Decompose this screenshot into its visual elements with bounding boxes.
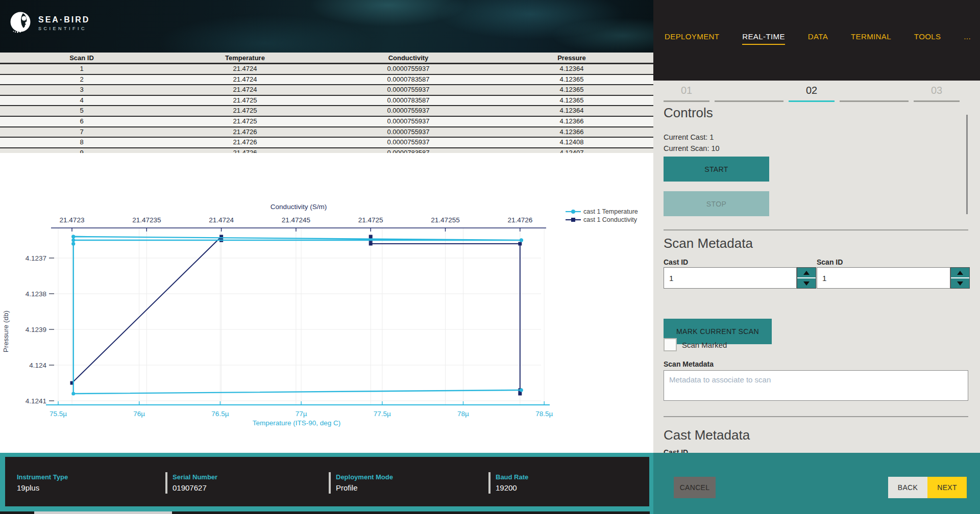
svg-text:21.4724: 21.4724 (209, 216, 234, 224)
svg-text:21.47255: 21.47255 (431, 216, 459, 224)
stop-button[interactable]: STOP (664, 191, 769, 216)
svg-text:4.1241: 4.1241 (26, 397, 46, 405)
cast-id-decrement-button[interactable] (797, 278, 816, 288)
footer-divider (488, 472, 491, 494)
scan-id-input[interactable] (817, 267, 950, 289)
table-cell: 4.12365 (490, 96, 653, 106)
table-cell: 4.12366 (490, 117, 653, 126)
svg-text:78µ: 78µ (457, 410, 469, 418)
section-divider (664, 229, 968, 230)
svg-text:77.5µ: 77.5µ (374, 410, 391, 418)
seabird-logo-icon (9, 11, 33, 35)
column-header: Conductivity (327, 53, 490, 63)
svg-text:21.4726: 21.4726 (507, 216, 532, 224)
cancel-button[interactable]: CANCEL (674, 477, 716, 498)
step-track-segment (914, 100, 960, 102)
arrow-up-icon (803, 271, 810, 275)
column-header: Pressure (490, 53, 653, 63)
table-cell: 1 (0, 64, 163, 74)
table-cell: 4.12408 (490, 138, 653, 147)
scan-id-stepper (950, 267, 970, 289)
table-cell: 21.4726 (163, 138, 327, 147)
profile-chart: Conductivity (S/m)21.472321.4723521.4724… (0, 153, 653, 453)
nav-item-real-time[interactable]: REAL-TIME (742, 32, 785, 45)
panel-scrollbar-thumb[interactable] (966, 115, 968, 214)
svg-text:76.5µ: 76.5µ (211, 410, 229, 418)
table-cell: 0.0000755937 (327, 64, 490, 74)
scan-id-decrement-button[interactable] (951, 278, 969, 288)
svg-text:75.5µ: 75.5µ (50, 410, 67, 418)
wizard-action-bar: CANCEL BACK NEXT (653, 453, 980, 514)
table-header-row: Scan IDTemperatureConductivityPressure (0, 53, 653, 64)
svg-text:76µ: 76µ (133, 410, 145, 418)
table-cell: 21.4725 (163, 117, 327, 126)
svg-text:Temperature (ITS-90, deg C): Temperature (ITS-90, deg C) (253, 419, 341, 427)
status-value: Profile (336, 483, 393, 492)
step-track-segment (840, 100, 909, 102)
table-cell: 7 (0, 127, 163, 137)
wizard-step-01[interactable]: 01 (664, 85, 709, 96)
table-cell: 4.12364 (490, 106, 653, 116)
seabird-logo: SEA·BIRD SCIENTIFIC (9, 11, 90, 35)
wizard-step-02[interactable]: 02 (789, 85, 835, 96)
table-cell: 8 (0, 138, 163, 147)
next-button[interactable]: NEXT (927, 477, 967, 498)
status-footer-panel: Instrument Type19plusSerial Number019076… (5, 457, 649, 506)
cast-id-input[interactable] (664, 267, 797, 289)
nav-item-terminal[interactable]: TERMINAL (851, 32, 891, 44)
wizard-step-03[interactable]: 03 (914, 85, 960, 96)
section-divider (664, 416, 968, 417)
start-button[interactable]: START (664, 157, 769, 182)
table-body: 121.47240.00007559374.12364221.47240.000… (0, 64, 653, 159)
table-cell: 6 (0, 117, 163, 126)
table-row[interactable]: 121.47240.00007559374.12364 (0, 64, 653, 75)
table-row[interactable]: 321.47240.00007559374.12365 (0, 85, 653, 96)
table-row[interactable]: 521.47250.00007559374.12364 (0, 106, 653, 117)
cast-id-increment-button[interactable] (797, 268, 816, 278)
nav-item--[interactable]: ... (964, 32, 971, 44)
nav-item-data[interactable]: DATA (808, 32, 828, 44)
svg-text:4.124: 4.124 (29, 362, 46, 369)
table-row[interactable]: 421.47250.00007835874.12365 (0, 96, 653, 107)
cast-id-stepper (797, 267, 816, 289)
scan-id-increment-button[interactable] (951, 268, 969, 278)
table-cell: 21.4724 (163, 85, 327, 95)
scan-metadata-field-label: Scan Metadata (664, 360, 714, 368)
arrow-down-icon (957, 281, 963, 286)
back-button[interactable]: BACK (888, 477, 927, 498)
table-cell: 4.12365 (490, 75, 653, 85)
status-value: 19plus (17, 483, 68, 492)
horizontal-scrollbar[interactable] (0, 511, 650, 514)
svg-text:Conductivity (S/m): Conductivity (S/m) (271, 203, 327, 211)
footer-divider (165, 472, 167, 494)
table-cell: 0.0000755937 (327, 85, 490, 95)
table-cell: 5 (0, 106, 163, 116)
table-cell: 0.0000755937 (327, 138, 490, 147)
svg-text:78.5µ: 78.5µ (535, 410, 553, 418)
svg-text:21.47235: 21.47235 (132, 216, 161, 224)
table-row[interactable]: 821.47260.00007559374.12408 (0, 138, 653, 148)
table-row[interactable]: 221.47240.00007835874.12365 (0, 75, 653, 86)
nav-menu: DEPLOYMENTREAL-TIMEDATATERMINALTOOLS... (665, 32, 971, 45)
horizontal-scrollbar-thumb[interactable] (34, 511, 172, 514)
svg-text:4.1238: 4.1238 (26, 290, 46, 298)
status-value: 19200 (496, 483, 528, 492)
nav-item-tools[interactable]: TOOLS (914, 32, 941, 44)
status-value: 01907627 (173, 483, 217, 492)
logo-subtitle: SCIENTIFIC (38, 26, 90, 31)
nav-item-deployment[interactable]: DEPLOYMENT (665, 32, 719, 44)
cast-metadata-heading: Cast Metadata (664, 427, 750, 443)
arrow-down-icon (803, 281, 810, 286)
table-cell: 4.12365 (490, 85, 653, 95)
scan-marked-checkbox[interactable] (664, 338, 677, 351)
table-cell: 0.0000783587 (327, 75, 490, 85)
table-cell: 21.4725 (163, 96, 327, 106)
table-row[interactable]: 721.47260.00007559374.12366 (0, 127, 653, 138)
table-cell: 0.0000755937 (327, 117, 490, 126)
scan-metadata-textarea[interactable] (664, 370, 968, 401)
top-navigation-bar: DEPLOYMENTREAL-TIMEDATATERMINALTOOLS... (653, 0, 980, 81)
logo-title: SEA·BIRD (38, 15, 90, 24)
status-label: Serial Number (173, 473, 217, 481)
wizard-step-indicator: 010203 (664, 84, 970, 104)
table-row[interactable]: 621.47250.00007559374.12366 (0, 117, 653, 127)
